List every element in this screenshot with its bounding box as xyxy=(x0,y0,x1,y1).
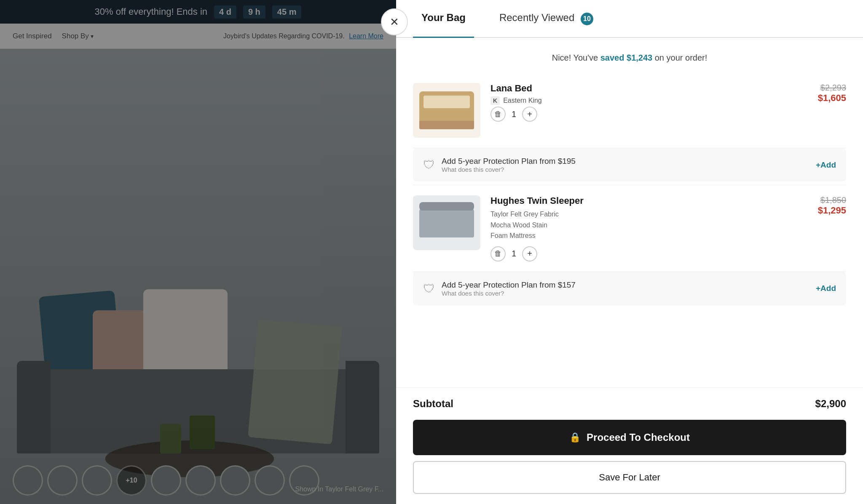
hughes-sleeper-name: Hughes Twin Sleeper xyxy=(490,195,808,206)
checkout-area: 🔒 Proceed To Checkout Save For Later xyxy=(396,420,863,504)
hughes-sleeper-details: Hughes Twin Sleeper Taylor Felt Grey Fab… xyxy=(490,195,808,261)
cart-item-hughes-sleeper: Hughes Twin Sleeper Taylor Felt Grey Fab… xyxy=(413,185,846,272)
protection-2-title: Add 5-year Protection Plan from $157 xyxy=(442,280,809,290)
sofa-illustration-small xyxy=(419,208,474,237)
protection-1-title: Add 5-year Protection Plan from $195 xyxy=(442,157,809,166)
lana-bed-qty: 1 xyxy=(512,109,516,119)
bed-illustration xyxy=(419,91,474,129)
lana-bed-price: $2,293 $1,605 xyxy=(818,83,846,104)
proceed-to-checkout-button[interactable]: 🔒 Proceed To Checkout xyxy=(413,420,846,455)
cart-item-lana-bed: Lana Bed K Eastern King 🗑 1 + $2,293 $1,… xyxy=(413,73,846,148)
tab-recently-viewed[interactable]: Recently Viewed 10 xyxy=(491,0,602,37)
save-for-later-button[interactable]: Save For Later xyxy=(413,461,846,494)
size-badge: K xyxy=(490,96,500,105)
subtotal-amount: $2,900 xyxy=(815,398,846,410)
lock-icon: 🔒 xyxy=(569,432,581,443)
hughes-sleeper-image xyxy=(413,195,480,250)
hughes-sleeper-qty-control: 🗑 1 + xyxy=(490,246,808,261)
lana-bed-image xyxy=(413,83,480,138)
protection-1-subtitle: What does this cover? xyxy=(442,166,809,173)
close-button[interactable]: ✕ xyxy=(381,8,408,35)
lana-bed-delete-button[interactable]: 🗑 xyxy=(490,107,506,122)
protection-2-add-button[interactable]: +Add xyxy=(816,284,836,293)
spacer xyxy=(413,309,846,317)
lana-bed-name: Lana Bed xyxy=(490,83,808,94)
hughes-sleeper-sale-price: $1,295 xyxy=(818,205,846,216)
cart-panel: ✕ Your Bag Recently Viewed 10 Nice! You'… xyxy=(396,0,863,504)
subtotal-label: Subtotal xyxy=(413,398,453,410)
lana-bed-sale-price: $1,605 xyxy=(818,93,846,104)
hughes-sleeper-qty: 1 xyxy=(512,249,516,259)
hughes-sleeper-attrs: Taylor Felt Grey Fabric Mocha Wood Stain… xyxy=(490,209,808,241)
protection-2-subtitle: What does this cover? xyxy=(442,290,809,297)
lana-bed-qty-control: 🗑 1 + xyxy=(490,107,808,122)
cart-tabs: Your Bag Recently Viewed 10 xyxy=(396,0,863,38)
hughes-sleeper-price: $1,850 $1,295 xyxy=(818,195,846,216)
lana-bed-original-price: $2,293 xyxy=(818,83,846,93)
shield-icon-2: 🛡 xyxy=(423,282,435,296)
lana-bed-details: Lana Bed K Eastern King 🗑 1 + xyxy=(490,83,808,122)
hughes-sleeper-qty-increase[interactable]: + xyxy=(522,246,537,261)
cart-body[interactable]: Nice! You've saved $1,243 on your order!… xyxy=(396,38,863,387)
protection-1-text: Add 5-year Protection Plan from $195 Wha… xyxy=(442,157,809,173)
protection-1-add-button[interactable]: +Add xyxy=(816,160,836,170)
shield-icon-1: 🛡 xyxy=(423,158,435,172)
hughes-sleeper-original-price: $1,850 xyxy=(818,195,846,205)
protection-plan-2: 🛡 Add 5-year Protection Plan from $157 W… xyxy=(413,272,846,305)
page-overlay xyxy=(0,0,396,504)
tab-your-bag[interactable]: Your Bag xyxy=(413,0,474,37)
savings-amount: saved $1,243 xyxy=(600,53,652,62)
protection-2-text: Add 5-year Protection Plan from $157 Wha… xyxy=(442,280,809,297)
lana-bed-qty-increase[interactable]: + xyxy=(522,107,537,122)
savings-banner: Nice! You've saved $1,243 on your order! xyxy=(413,46,846,69)
subtotal-row: Subtotal $2,900 xyxy=(396,387,863,420)
lana-bed-size: K Eastern King xyxy=(490,96,808,105)
recently-viewed-badge: 10 xyxy=(581,13,593,25)
hughes-sleeper-delete-button[interactable]: 🗑 xyxy=(490,246,506,261)
protection-plan-1: 🛡 Add 5-year Protection Plan from $195 W… xyxy=(413,148,846,181)
